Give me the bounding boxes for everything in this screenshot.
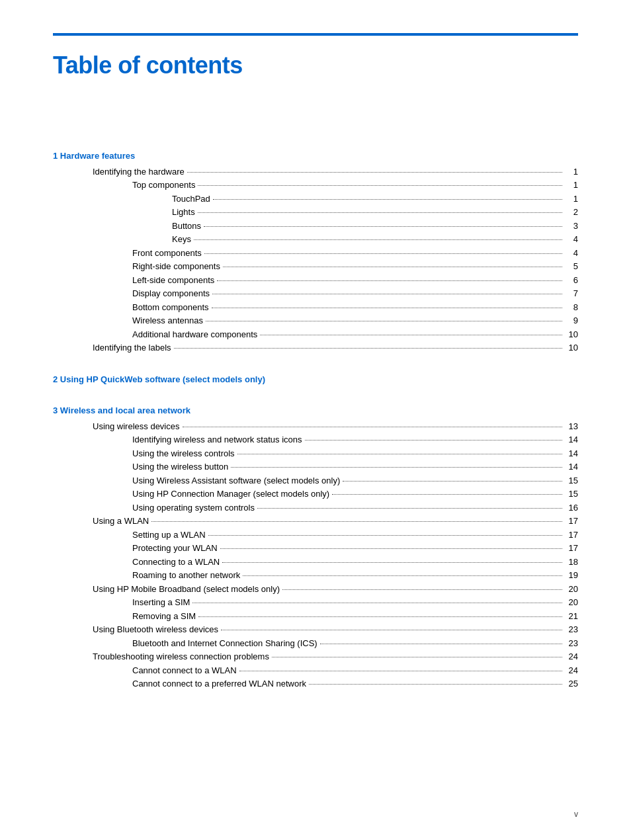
toc-entry-page: 14 [565, 460, 578, 474]
toc-entry: Roaming to another network19 [53, 569, 578, 582]
toc-entry-label: Removing a SIM [132, 610, 196, 623]
toc-entry-label: Identifying wireless and network status … [132, 433, 302, 446]
toc-entry-label: Roaming to another network [132, 569, 240, 582]
toc-entry-label: Top components [132, 179, 195, 192]
toc-entry-dots [222, 562, 562, 563]
toc-entry: Bluetooth and Internet Connection Sharin… [53, 637, 578, 650]
toc-entry-dots [204, 253, 562, 254]
toc-entry-page: 17 [565, 528, 578, 542]
section-num: 2 [53, 374, 58, 384]
toc-entry-label: Additional hardware components [132, 328, 257, 341]
section-label: Using HP QuickWeb software (select model… [60, 374, 265, 384]
toc-entry: Lights2 [53, 206, 578, 219]
toc-entry: Keys4 [53, 233, 578, 246]
toc-entry-label: Using operating system controls [132, 501, 255, 515]
toc-entry-dots [305, 440, 562, 441]
toc-entry-page: 7 [565, 287, 578, 300]
toc-entry-label: Lights [172, 206, 195, 219]
toc-entry-label: Using Wireless Assistant software (selec… [132, 474, 340, 487]
toc-section-section-2: 2 Using HP QuickWeb software (select mod… [53, 373, 578, 386]
toc-entry: Connecting to a WLAN18 [53, 556, 578, 569]
toc-entry-dots [213, 199, 562, 200]
toc-entry: Identifying the hardware1 [53, 165, 578, 179]
toc-entry-dots [208, 535, 562, 536]
toc-entry: TouchPad1 [53, 192, 578, 206]
toc-entry: Identifying wireless and network status … [53, 433, 578, 446]
page-title: Table of contents [53, 48, 578, 83]
toc-entry-label: Identifying the hardware [93, 165, 185, 179]
toc-entry-page: 16 [565, 501, 578, 515]
toc-entry-page: 6 [565, 274, 578, 287]
toc-entry-page: 15 [565, 474, 578, 487]
section-label: Hardware features [60, 151, 135, 161]
toc-entry-label: Using the wireless button [132, 460, 228, 474]
toc-container: 1 Hardware featuresIdentifying the hardw… [53, 149, 578, 691]
toc-entry-page: 10 [565, 341, 578, 355]
toc-entry-page: 25 [565, 677, 578, 691]
toc-entry-page: 24 [565, 650, 578, 663]
toc-entry-label: Troubleshooting wireless connection prob… [93, 650, 269, 663]
toc-entry-page: 19 [565, 569, 578, 582]
toc-entry: Setting up a WLAN17 [53, 528, 578, 542]
toc-entry-dots [231, 467, 562, 468]
toc-entry: Additional hardware components10 [53, 328, 578, 341]
toc-entry-dots [183, 427, 563, 427]
toc-entry: Removing a SIM21 [53, 610, 578, 623]
toc-entry-label: Using wireless devices [93, 420, 180, 433]
toc-entry: Buttons3 [53, 220, 578, 233]
toc-section-section-1: 1 Hardware featuresIdentifying the hardw… [53, 149, 578, 355]
toc-entries-section-3: Using wireless devices13Identifying wire… [53, 420, 578, 691]
toc-entry-dots [272, 657, 562, 657]
toc-entry: Using HP Connection Manager (select mode… [53, 487, 578, 501]
toc-entry-dots [212, 294, 562, 294]
toc-entry-dots [223, 267, 562, 267]
toc-entry-label: Protecting your WLAN [132, 542, 218, 555]
toc-entry: Troubleshooting wireless connection prob… [53, 650, 578, 663]
toc-entry-page: 9 [565, 314, 578, 327]
toc-entry: Left-side components6 [53, 274, 578, 287]
section-heading-section-3: 3 Wireless and local area network [53, 404, 578, 417]
toc-entry-label: Using the wireless controls [132, 447, 235, 460]
toc-entry-page: 1 [565, 192, 578, 206]
toc-entry-dots [237, 454, 562, 454]
section-num: 1 [53, 151, 58, 161]
toc-entry: Protecting your WLAN17 [53, 542, 578, 555]
toc-entry-dots [217, 280, 562, 281]
page-footer: v [574, 808, 578, 820]
toc-entry: Wireless antennas9 [53, 314, 578, 327]
toc-entry: Using the wireless controls14 [53, 447, 578, 460]
toc-entry-page: 10 [565, 328, 578, 341]
section-label: Wireless and local area network [60, 405, 190, 415]
toc-entry-page: 24 [565, 664, 578, 677]
toc-entry-dots [192, 603, 562, 603]
toc-entry: Using HP Mobile Broadband (select models… [53, 583, 578, 596]
toc-entry: Using a WLAN17 [53, 515, 578, 528]
toc-entry-label: Using HP Connection Manager (select mode… [132, 487, 329, 501]
toc-entry-label: Wireless antennas [132, 314, 203, 327]
toc-entry-page: 21 [565, 610, 578, 623]
toc-entry: Cannot connect to a preferred WLAN netwo… [53, 677, 578, 691]
toc-entry: Using wireless devices13 [53, 420, 578, 433]
toc-entry-dots [221, 630, 562, 630]
toc-entry-dots [174, 348, 562, 349]
toc-entry-dots [212, 308, 562, 308]
toc-entry-label: Inserting a SIM [132, 596, 190, 609]
toc-entry-dots [220, 548, 562, 549]
toc-entry-dots [198, 616, 562, 617]
toc-entry-dots [206, 321, 562, 321]
toc-entry-page: 13 [565, 420, 578, 433]
toc-entry-page: 14 [565, 433, 578, 446]
toc-entry-dots [204, 226, 562, 227]
toc-entry-label: Setting up a WLAN [132, 528, 206, 542]
toc-entry-page: 4 [565, 247, 578, 260]
toc-entry-dots [309, 684, 562, 685]
toc-entry-label: Bluetooth and Internet Connection Sharin… [132, 637, 317, 650]
toc-entry-page: 8 [565, 301, 578, 314]
toc-entry-dots [243, 575, 562, 576]
toc-entry-dots [257, 508, 562, 509]
toc-entry-page: 4 [565, 233, 578, 246]
toc-entry-page: 14 [565, 447, 578, 460]
toc-entry: Front components4 [53, 247, 578, 260]
toc-entry: Identifying the labels10 [53, 341, 578, 355]
toc-entry-page: 5 [565, 260, 578, 273]
